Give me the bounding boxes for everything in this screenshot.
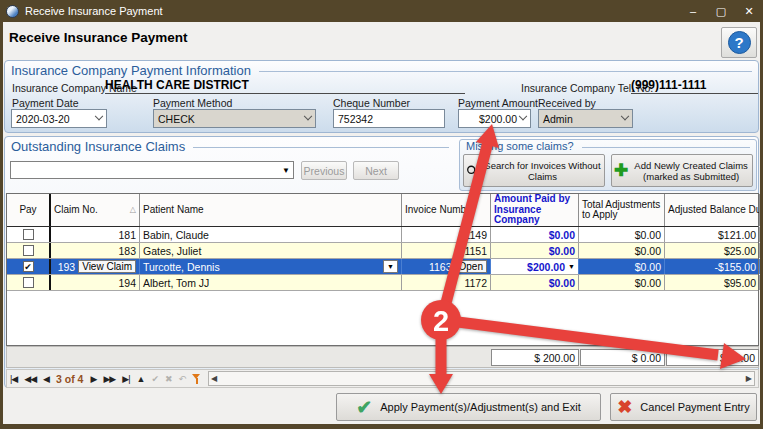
- search-invoices-button[interactable]: Search for Invoices Without Claims: [463, 154, 605, 187]
- maximize-button-icon[interactable]: ▢: [707, 0, 735, 22]
- window-border-left: [0, 22, 3, 429]
- receive-insurance-payment-window: Receive Insurance Payment – ▢ ✕ Receive …: [0, 0, 763, 429]
- col-patient-name[interactable]: Patient Name: [140, 194, 402, 226]
- plus-icon: ✚: [614, 165, 628, 176]
- previous-button[interactable]: Previous: [301, 161, 347, 180]
- pay-checkbox[interactable]: [23, 245, 34, 256]
- chevron-down-icon: [304, 111, 312, 119]
- nav-cancel-icon[interactable]: ✖: [165, 374, 172, 384]
- caption-rule: [259, 71, 752, 72]
- claims-table-header: Pay Claim No. △ Patient Name Invoice Num…: [7, 194, 758, 227]
- app-icon: [6, 5, 19, 18]
- search-icon: [466, 163, 479, 179]
- window-title: Receive Insurance Payment: [25, 5, 163, 17]
- record-navigator: |◀ ◀◀ ◀ 3 of 4 ▶ ▶▶ ▶| ▲ ✔ ✖ ↶ ◀ ▶: [6, 369, 759, 388]
- payment-date-select[interactable]: 2020-03-20: [11, 109, 107, 128]
- window-border-bottom: [0, 424, 763, 429]
- cheque-number-input[interactable]: 752342: [333, 109, 445, 128]
- scroll-right-icon[interactable]: ▶: [746, 374, 752, 383]
- scroll-left-icon[interactable]: ◀: [211, 374, 217, 383]
- claims-section-title: Outstanding Insurance Claims: [11, 139, 185, 154]
- payment-info-title: Insurance Company Payment Information: [11, 63, 251, 78]
- chevron-down-icon: [519, 111, 527, 119]
- x-icon: ✖: [617, 396, 632, 418]
- tel-value: (999)111-1111: [631, 78, 758, 94]
- chevron-down-icon: [95, 111, 103, 119]
- minimize-button-icon[interactable]: –: [679, 0, 707, 22]
- patient-dropdown-icon[interactable]: ▼: [383, 260, 398, 273]
- claims-table: Pay Claim No. △ Patient Name Invoice Num…: [6, 193, 759, 346]
- col-pay[interactable]: Pay: [7, 194, 51, 226]
- next-button[interactable]: Next: [353, 161, 399, 180]
- horizontal-scrollbar[interactable]: ◀ ▶: [208, 371, 755, 386]
- received-by-label: Received by: [538, 97, 596, 109]
- help-icon: ?: [728, 31, 751, 54]
- caption-rule: [582, 147, 750, 148]
- total-amount-paid: $ 200.00: [491, 349, 579, 366]
- payment-method-select[interactable]: CHECK: [153, 109, 316, 128]
- amount-dropdown-icon: ▼: [568, 263, 575, 270]
- invoice-open-button[interactable]: Open: [455, 260, 487, 273]
- claim-row-183[interactable]: 183 Gates, Juliet 1151 $0.00 $0.00 $25.0…: [7, 243, 758, 259]
- combo-arrow-icon: ▼: [282, 166, 290, 175]
- apply-payments-button[interactable]: ✔ Apply Payment(s)/Adjustment(s) and Exi…: [336, 393, 601, 421]
- missing-claims-box: Missing some claims? Search for Invoices…: [459, 139, 757, 191]
- received-by-select[interactable]: Admin: [538, 109, 633, 128]
- cancel-payment-button[interactable]: ✖ Cancel Payment Entry: [610, 393, 757, 421]
- company-name-value: HEALTH CARE DISTRICT: [105, 78, 465, 94]
- record-position: 3 of 4: [56, 373, 83, 385]
- caption-rule: [193, 147, 449, 148]
- outstanding-claims-panel: Outstanding Insurance Claims ▼ Previous …: [4, 136, 759, 388]
- check-icon: ✔: [356, 396, 372, 419]
- nav-last-icon[interactable]: ▶|: [122, 374, 129, 384]
- nav-first-icon[interactable]: |◀: [10, 374, 17, 384]
- payment-amount-select[interactable]: $200.00: [458, 109, 531, 128]
- pay-checkbox[interactable]: [23, 277, 34, 288]
- payment-date-label: Payment Date: [12, 97, 79, 109]
- nav-up-icon[interactable]: ▲: [137, 374, 145, 384]
- sort-asc-icon: △: [130, 205, 136, 216]
- cheque-number-label: Cheque Number: [333, 97, 410, 109]
- page-title: Receive Insurance Payment: [9, 30, 188, 45]
- payment-amount-label: Payment Amount: [458, 97, 538, 109]
- titlebar: Receive Insurance Payment – ▢ ✕: [0, 0, 763, 22]
- nav-prev-icon[interactable]: ◀: [43, 374, 49, 384]
- chevron-down-icon: [621, 111, 629, 119]
- nav-prev-page-icon[interactable]: ◀◀: [24, 374, 36, 384]
- totals-bar: $ 200.00 $ 0.00 $ 86.00: [6, 346, 759, 368]
- pay-checkbox[interactable]: [23, 229, 34, 240]
- total-adjustments: $ 0.00: [580, 349, 665, 366]
- close-button-icon[interactable]: ✕: [735, 0, 763, 22]
- claims-filter-combobox[interactable]: ▼: [10, 161, 294, 179]
- col-adjusted-balance[interactable]: Adjusted Balance Due: [665, 194, 760, 226]
- col-amount-paid[interactable]: Amount Paid by Insurance Company: [491, 194, 579, 226]
- payment-method-label: Payment Method: [153, 97, 232, 109]
- help-button[interactable]: ?: [721, 27, 757, 58]
- claim-row-193-selected[interactable]: ✔ 193 View Claim Turcotte, Dennis ▼ 1163…: [7, 259, 758, 275]
- filter-funnel-icon[interactable]: [192, 374, 201, 384]
- payment-info-panel: Insurance Company Payment Information In…: [4, 60, 759, 133]
- nav-refresh-icon[interactable]: ↶: [179, 374, 186, 384]
- nav-next-page-icon[interactable]: ▶▶: [103, 374, 115, 384]
- col-total-adjustments[interactable]: Total Adjustments to Apply: [579, 194, 665, 226]
- total-adjusted-balance: $ 86.00: [666, 349, 759, 366]
- claim-row-181[interactable]: 181 Babin, Claude 1149 $0.00 $0.00 $121.…: [7, 227, 758, 243]
- missing-claims-title: Missing some claims?: [466, 140, 574, 152]
- nav-next-icon[interactable]: ▶: [90, 374, 96, 384]
- claim-row-194[interactable]: 194 Albert, Tom JJ 1172 $0.00 $0.00 $95.…: [7, 275, 758, 291]
- amount-paid-editor[interactable]: $200.00 ▼: [491, 259, 579, 274]
- col-claim-no[interactable]: Claim No. △: [51, 194, 140, 226]
- pay-checkbox-checked[interactable]: ✔: [23, 261, 34, 272]
- col-invoice-number[interactable]: Invoice Number: [402, 194, 491, 226]
- nav-post-icon[interactable]: ✔: [151, 374, 158, 384]
- view-claim-button[interactable]: View Claim: [78, 260, 136, 273]
- add-claims-button[interactable]: ✚ Add Newly Created Claims (marked as Su…: [611, 154, 753, 187]
